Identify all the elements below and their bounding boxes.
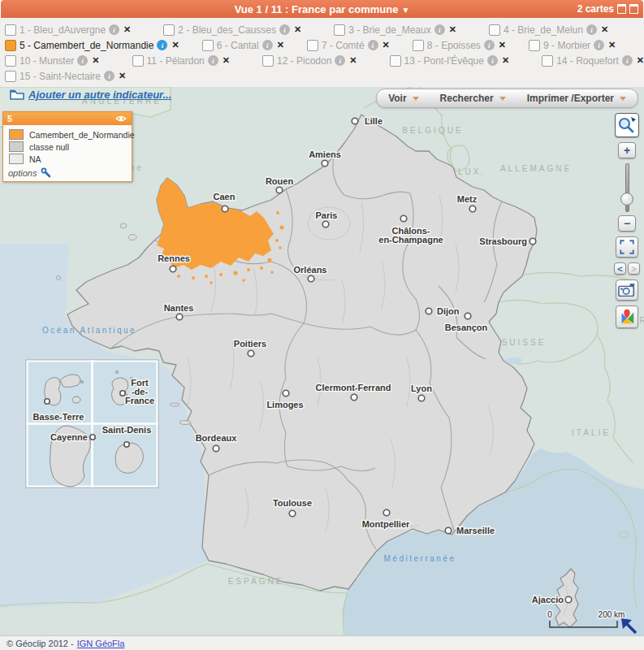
city-label: Orléans	[294, 265, 327, 275]
remove-icon[interactable]: ✕	[502, 55, 509, 66]
next-view-button[interactable]: >	[628, 262, 640, 275]
indicator-label[interactable]: 10 - Munster	[19, 55, 74, 67]
info-icon[interactable]: i	[368, 40, 378, 50]
indicator-label[interactable]: 8 - Epoisses	[427, 40, 481, 51]
indicator-label[interactable]: 11 - Pélardon	[147, 55, 205, 67]
remove-icon[interactable]: ✕	[499, 40, 506, 50]
indicator-row: 15 - Saint-Nectairei✕	[5, 68, 644, 84]
remove-icon[interactable]: ✕	[601, 24, 608, 35]
city-label: Dijon	[437, 306, 460, 316]
indicator-label[interactable]: 2 - Bleu_des_Causses	[178, 24, 276, 36]
remove-icon[interactable]: ✕	[349, 55, 357, 66]
indicator-checkbox[interactable]	[542, 55, 553, 67]
indicator-checkbox[interactable]	[390, 55, 401, 67]
zoom-slider[interactable]	[620, 163, 633, 210]
indicator-checkbox[interactable]	[5, 40, 16, 51]
legend-swatch	[9, 154, 24, 164]
zoom-select-tool-button[interactable]	[615, 113, 639, 137]
info-icon[interactable]: i	[484, 40, 495, 50]
indicator-label[interactable]: 7 - Comté	[322, 40, 365, 51]
legend-item: classe null	[6, 141, 129, 153]
info-icon[interactable]: i	[109, 24, 119, 35]
city-marker	[90, 435, 95, 440]
info-icon[interactable]: i	[434, 24, 445, 35]
view-title[interactable]: Vue 1 / 11 : France par commune▼	[1, 3, 643, 15]
indicator-label[interactable]: 6 - Cantal	[217, 40, 259, 51]
remove-icon[interactable]: ✕	[449, 24, 456, 35]
indicator-checkbox[interactable]	[5, 24, 16, 36]
menu-imprimer-exporter[interactable]: Imprimer /Exporter	[527, 93, 626, 104]
city-marker	[213, 445, 219, 452]
chevron-down-icon	[413, 97, 419, 101]
info-icon[interactable]: i	[487, 55, 498, 66]
info-icon[interactable]: i	[157, 40, 167, 50]
view-dropdown-icon[interactable]: ▼	[401, 6, 409, 15]
zoom-out-button[interactable]: −	[618, 215, 636, 232]
snapshot-button[interactable]	[616, 280, 638, 301]
map-window-icon[interactable]	[617, 4, 626, 14]
indicator-label[interactable]: 5 - Camembert_de_Normandie	[19, 40, 153, 51]
google-maps-button[interactable]	[616, 306, 638, 328]
info-icon[interactable]: i	[335, 55, 345, 66]
indicator-label[interactable]: 13 - Pont-l'Évêque	[404, 55, 484, 67]
legend-swatch	[9, 141, 24, 152]
remove-icon[interactable]: ✕	[294, 24, 301, 35]
info-icon[interactable]: i	[104, 71, 115, 81]
indicator-checkbox[interactable]	[202, 40, 214, 51]
remove-icon[interactable]: ✕	[119, 71, 126, 81]
indicator-label[interactable]: 12 - Picodon	[277, 55, 331, 67]
indicator-item: 9 - Morbieri✕	[529, 40, 616, 51]
remove-icon[interactable]: ✕	[277, 40, 284, 50]
remove-icon[interactable]: ✕	[92, 55, 99, 66]
menu-voir[interactable]: Voir	[388, 93, 418, 104]
indicator-label[interactable]: 4 - Brie_de_Melun	[504, 24, 583, 36]
city-label: Clermont-Ferrand	[316, 383, 391, 392]
wrench-icon	[41, 167, 51, 178]
zoom-in-button[interactable]: +	[618, 142, 636, 158]
legend-item: Camembert_de_Normandie	[6, 128, 129, 141]
camera-icon	[617, 281, 637, 299]
remove-icon[interactable]: ✕	[608, 40, 616, 50]
full-extent-button[interactable]	[616, 236, 638, 258]
indicator-label[interactable]: 14 - Roquefort	[556, 55, 619, 67]
zoom-slider-knob[interactable]	[620, 193, 633, 206]
indicator-checkbox[interactable]	[413, 40, 424, 51]
legend-options-link[interactable]: options	[3, 166, 132, 181]
indicator-label[interactable]: 1 - Bleu_dAuvergne	[19, 24, 106, 36]
menu-rechercher[interactable]: Rechercher	[440, 93, 506, 104]
info-icon[interactable]: i	[262, 40, 273, 50]
info-icon[interactable]: i	[594, 40, 604, 50]
indicator-checkbox[interactable]	[5, 71, 16, 82]
previous-view-button[interactable]: <	[614, 262, 626, 275]
map-window-icon[interactable]	[629, 4, 638, 14]
indicator-label[interactable]: 3 - Brie_de_Meaux	[348, 24, 430, 36]
info-icon[interactable]: i	[208, 55, 218, 66]
info-icon[interactable]: i	[622, 55, 633, 66]
ign-geofla-link[interactable]: IGN GéoFla	[77, 639, 125, 648]
indicator-checkbox[interactable]	[334, 24, 345, 36]
remove-icon[interactable]: ✕	[171, 40, 179, 50]
info-icon[interactable]: i	[586, 24, 597, 35]
info-icon[interactable]: i	[279, 24, 290, 35]
remove-icon[interactable]: ✕	[383, 40, 390, 50]
indicator-checkbox[interactable]	[5, 55, 16, 67]
legend-swatch	[9, 129, 24, 140]
remove-icon[interactable]: ✕	[637, 55, 644, 66]
eye-icon[interactable]	[115, 115, 128, 123]
indicator-checkbox[interactable]	[262, 55, 274, 67]
info-icon[interactable]: i	[77, 55, 88, 66]
indicator-label[interactable]: 15 - Saint-Nectaire	[19, 71, 101, 82]
city-marker	[322, 160, 328, 167]
indicator-checkbox[interactable]	[307, 40, 318, 51]
indicator-checkbox[interactable]	[489, 24, 500, 36]
geo-label: BELGIQUE	[402, 126, 463, 135]
remove-icon[interactable]: ✕	[223, 55, 230, 66]
add-indicator-link[interactable]: Ajouter un autre indicateur...	[10, 89, 171, 101]
indicator-label[interactable]: 9 - Morbier	[543, 40, 590, 51]
remove-icon[interactable]: ✕	[123, 24, 131, 35]
indicator-checkbox[interactable]	[163, 24, 175, 36]
lake	[505, 358, 523, 364]
indicator-checkbox[interactable]	[132, 55, 144, 67]
city-marker	[124, 442, 129, 447]
indicator-checkbox[interactable]	[529, 40, 540, 51]
